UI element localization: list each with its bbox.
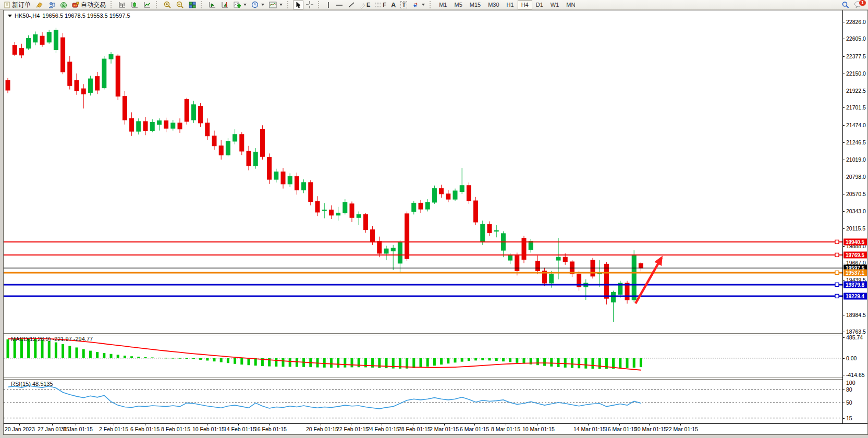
toolbar-drag-handle[interactable] (201, 1, 204, 8)
toolbar-drag-handle[interactable] (430, 1, 433, 8)
date-tick (649, 424, 650, 425)
text-tool-button[interactable]: A (389, 1, 398, 9)
main-toolbar: 新订单 自动交易 (0, 0, 868, 10)
timeframe-h4[interactable]: H4 (518, 0, 532, 10)
timeframe-m30[interactable]: M30 (484, 0, 503, 10)
price-tick-label: 22377.5 (846, 53, 866, 59)
notifications-button[interactable]: 1 (852, 1, 864, 9)
date-tick (269, 424, 270, 425)
price-tick-dash (842, 125, 845, 126)
price-tick-dash (842, 56, 845, 57)
price-tick-label: 18984.5 (846, 312, 866, 318)
bar-chart-mode-button[interactable] (116, 1, 128, 9)
timeframe-m15[interactable]: M15 (466, 0, 484, 10)
search-button[interactable] (839, 1, 851, 9)
timeframe-w1[interactable]: W1 (547, 0, 563, 10)
tile-windows-button[interactable] (187, 1, 198, 9)
chart-menu-caret-icon[interactable] (8, 15, 12, 17)
new-order-button[interactable]: 新订单 (2, 1, 33, 9)
chart-shift-button[interactable] (219, 1, 231, 9)
trendline-tool-button[interactable] (346, 1, 357, 9)
price-line-badge: 19379.8 (843, 281, 867, 288)
zoom-out-button[interactable] (174, 1, 186, 9)
price-tick-dash (842, 39, 845, 39)
timeframe-d1[interactable]: D1 (532, 0, 547, 10)
indicators-icon (234, 2, 241, 8)
date-label: 20 Jan 2023 (5, 426, 35, 432)
templates-button[interactable] (267, 1, 285, 9)
macd-pane[interactable] (4, 335, 842, 377)
toolbar-drag-handle[interactable] (111, 1, 114, 8)
timeframe-h1[interactable]: H1 (503, 0, 518, 10)
text-label-tool-button[interactable]: T (398, 1, 409, 9)
date-tick (506, 424, 506, 425)
tile-windows-icon (189, 2, 196, 8)
macd-tick-label: 0.00 (846, 355, 857, 361)
zoom-in-button[interactable] (162, 1, 174, 9)
cursor-icon (295, 2, 301, 8)
vertical-line-tool-button[interactable] (324, 1, 333, 9)
cursor-tool-button[interactable] (293, 1, 303, 9)
date-axis[interactable]: 20 Jan 202327 Jan 01:1531 Jan 01:152 Feb… (4, 423, 867, 434)
date-tick (680, 424, 681, 425)
autotrading-label: 自动交易 (81, 1, 106, 9)
date-label: 22 Feb 01:15 (336, 426, 369, 432)
auto-scroll-button[interactable] (206, 1, 218, 9)
date-tick (52, 424, 53, 425)
price-tick-label: 22826.0 (846, 19, 866, 25)
rsi-pane[interactable] (4, 380, 842, 423)
price-tick-dash (842, 74, 845, 74)
profile-button[interactable] (46, 1, 57, 9)
price-tick-dash (842, 91, 845, 91)
price-tick-label: 21019.0 (846, 156, 866, 163)
date-tick (537, 424, 537, 425)
toolbar-drag-handle[interactable] (318, 1, 321, 8)
date-label: 14 Mar 01:15 (573, 426, 606, 432)
rsi-indicator-label: RSI(15) 48.5135 (11, 381, 53, 387)
rsi-tick-label: 50 (846, 399, 852, 406)
ohlc-values: 19656.5 19678.5 19553.5 19597.5 (42, 13, 130, 19)
price-line-badge: 19769.5 (843, 251, 867, 258)
autotrading-button[interactable]: 自动交易 (70, 1, 108, 9)
arrows-caret-icon (422, 4, 425, 6)
marker-icon (35, 2, 43, 8)
arrows-tool-button[interactable] (410, 1, 427, 9)
toolbar-drag-handle[interactable] (287, 1, 290, 8)
toolbar-drag-handle[interactable] (156, 1, 159, 8)
templates-caret-icon (279, 4, 283, 6)
price-axis[interactable]: 22826.022605.022377.522150.021922.521701… (842, 10, 867, 423)
date-tick (114, 424, 114, 425)
price-line-badge: 19940.5 (843, 238, 867, 245)
macd-tick-dash (842, 358, 845, 359)
timeframe-m5[interactable]: M5 (450, 0, 466, 10)
rsi-tick-dash (842, 418, 845, 419)
line-chart-mode-button[interactable] (141, 1, 153, 9)
timeframe-m1[interactable]: M1 (435, 0, 450, 10)
price-tick-label: 20115.5 (846, 225, 865, 232)
indicators-button[interactable] (231, 1, 249, 9)
marker-button[interactable] (33, 1, 45, 9)
price-tick-dash (842, 177, 845, 177)
fibonacci-tool-button[interactable]: F (373, 1, 388, 9)
chart-window: HK50-,H4 19656.5 19678.5 19553.5 19597.5… (3, 10, 868, 435)
date-label: 20 Mar 01:15 (634, 426, 667, 432)
periods-button[interactable] (249, 1, 266, 9)
price-tick-label: 20343.0 (846, 208, 866, 214)
timeframe-group: M1M5M15M30H1H4D1W1MN (435, 0, 579, 10)
chart-title: HK50-,H4 19656.5 19678.5 19553.5 19597.5 (8, 13, 130, 19)
macd-tick-label: -414.65 (846, 372, 865, 378)
zoom-out-icon (176, 1, 184, 8)
price-tick-label: 20570.5 (846, 191, 866, 197)
date-label: 28 Feb 01:15 (398, 426, 431, 432)
equidistant-channel-tool-button[interactable]: E (358, 1, 372, 9)
candle-chart-mode-button[interactable] (129, 1, 141, 9)
zoom-in-icon (164, 1, 172, 8)
timeframe-mn[interactable]: MN (563, 0, 579, 10)
horizontal-line-tool-button[interactable] (334, 1, 345, 9)
date-label: 2 Mar 01:15 (430, 426, 459, 432)
crosshair-tool-button[interactable] (304, 1, 315, 9)
date-tick (238, 424, 239, 425)
indicators-caret-icon (243, 4, 247, 6)
main-chart-pane[interactable] (4, 10, 842, 333)
signals-button[interactable] (58, 1, 69, 9)
